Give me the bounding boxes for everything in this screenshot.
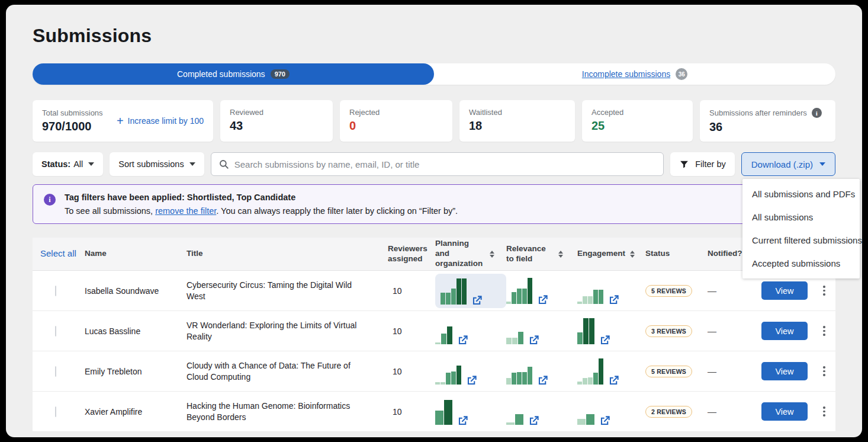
external-link-icon[interactable]	[537, 375, 548, 386]
histogram-bar	[588, 296, 593, 304]
header-label: Notified?	[708, 249, 742, 259]
histogram-bars	[577, 358, 603, 385]
external-link-icon[interactable]	[608, 294, 619, 306]
planning-chart-cell	[435, 274, 506, 308]
download-menu-item[interactable]: All submissions and PDFs	[742, 182, 860, 206]
row-checkbox[interactable]	[55, 366, 56, 377]
info-icon: i	[44, 194, 56, 206]
stat-value: 25	[591, 119, 683, 133]
histogram-bar	[599, 290, 603, 304]
score-histogram	[577, 318, 645, 344]
status-badge: 5 REVIEWS	[645, 285, 692, 297]
histogram-bar	[506, 378, 511, 385]
histogram-bar	[577, 382, 582, 385]
stat-card: Total submissions970/1000+Increase limit…	[33, 100, 213, 142]
download-menu-item[interactable]: All submissions	[742, 206, 860, 229]
external-link-icon[interactable]	[466, 375, 477, 386]
external-link-icon[interactable]	[599, 335, 610, 346]
kebab-menu-icon[interactable]	[821, 324, 828, 338]
histogram-bar	[441, 334, 446, 344]
histogram-bar	[444, 400, 452, 425]
stats-row: Total submissions970/1000+Increase limit…	[33, 100, 835, 142]
score-histogram	[506, 358, 577, 385]
external-link-icon[interactable]	[599, 415, 610, 427]
reviewers-assigned-count: 10	[388, 367, 435, 376]
stat-label: Accepted	[591, 108, 683, 117]
header-name: Name	[85, 249, 187, 259]
submission-title: Hacking the Human Genome: Bioinformatics…	[187, 401, 388, 423]
download-menu-item[interactable]: Current filtered submissions	[742, 229, 860, 252]
kebab-menu-icon[interactable]	[821, 283, 828, 298]
histogram-bar	[515, 414, 523, 425]
download-dropdown-menu: All submissions and PDFsAll submissionsC…	[742, 179, 860, 278]
external-link-icon[interactable]	[471, 295, 483, 306]
histogram-bars	[506, 358, 532, 385]
sort-submissions-dropdown[interactable]: Sort submissions	[110, 152, 204, 176]
kebab-menu-icon[interactable]	[821, 404, 828, 419]
download-zip-button[interactable]: Download (.zip)	[741, 152, 835, 176]
kebab-menu-icon[interactable]	[821, 364, 828, 379]
planning-chart-cell	[435, 399, 506, 425]
sort-icon[interactable]	[490, 251, 494, 258]
stat-card-main: Accepted25	[591, 108, 683, 133]
histogram-bars	[435, 358, 461, 385]
external-link-icon[interactable]	[457, 335, 468, 346]
header-engagement[interactable]: Engagement	[577, 249, 645, 259]
search-input[interactable]	[234, 159, 657, 169]
tab-incomplete-submissions[interactable]: Incomplete submissions 36	[434, 63, 835, 85]
view-button[interactable]: View	[761, 402, 808, 421]
filter-by-button[interactable]: Filter by	[670, 152, 735, 176]
info-icon[interactable]: i	[812, 108, 822, 118]
sort-icon[interactable]	[558, 251, 563, 258]
histogram-bar	[506, 422, 515, 425]
stat-value: 43	[230, 119, 323, 133]
external-link-icon[interactable]	[457, 415, 468, 427]
histogram-bars	[577, 399, 594, 425]
view-button[interactable]: View	[761, 362, 808, 380]
view-button[interactable]: View	[761, 281, 808, 300]
reviewers-assigned-count: 10	[388, 286, 435, 296]
status-filter-dropdown[interactable]: Status: All	[33, 152, 103, 176]
score-histogram	[577, 399, 645, 425]
search-icon	[218, 159, 229, 169]
external-link-icon[interactable]	[528, 335, 539, 346]
row-checkbox[interactable]	[55, 406, 56, 417]
submitter-name: Emily Trebleton	[85, 367, 187, 376]
histogram-bars	[435, 399, 452, 425]
tab-completed-label: Completed submissions	[177, 69, 265, 79]
remove-filter-link[interactable]: remove the filter	[155, 206, 216, 216]
external-link-icon[interactable]	[608, 375, 619, 386]
stat-card: Reviewed43	[220, 100, 333, 142]
header-relevance-to-field[interactable]: Relevance to field	[506, 244, 577, 264]
histogram-bar	[589, 318, 594, 344]
histogram-bars	[441, 278, 467, 305]
header-planning-organization[interactable]: Planning and organization	[435, 239, 506, 269]
filter-by-label: Filter by	[695, 159, 726, 169]
row-checkbox[interactable]	[55, 326, 56, 337]
increase-limit-link[interactable]: +Increase limit by 100	[117, 115, 204, 127]
histogram-bar	[577, 302, 582, 304]
histogram-bars	[577, 318, 594, 344]
select-all-link[interactable]: Select all	[33, 248, 85, 260]
tab-incomplete-label[interactable]: Incomplete submissions	[582, 69, 670, 79]
download-menu-item[interactable]: Accepted submissions	[742, 252, 860, 275]
external-link-icon[interactable]	[528, 415, 539, 427]
notified-value: —	[708, 286, 758, 296]
table-header: Select all Name Title Reviewers assigned…	[33, 238, 835, 271]
table-row: Lucas BasslineVR Wonderland: Exploring t…	[33, 311, 835, 351]
chevron-down-icon	[819, 162, 825, 166]
external-link-icon[interactable]	[537, 294, 548, 306]
submission-title: VR Wonderland: Exploring the Limits of V…	[187, 320, 388, 342]
row-checkbox-cell	[33, 326, 85, 336]
tab-completed-submissions[interactable]: Completed submissions 970	[33, 63, 434, 85]
histogram-bars	[506, 278, 532, 304]
score-histogram	[577, 278, 645, 304]
submitter-name: Xavier Amplifire	[85, 407, 187, 417]
histogram-bar	[446, 293, 451, 305]
sort-icon[interactable]	[630, 251, 635, 258]
row-checkbox[interactable]	[55, 286, 56, 296]
plus-icon: +	[117, 115, 124, 127]
actions-cell: View	[758, 322, 835, 340]
view-button[interactable]: View	[761, 322, 808, 340]
stat-card: Accepted25	[582, 100, 693, 142]
